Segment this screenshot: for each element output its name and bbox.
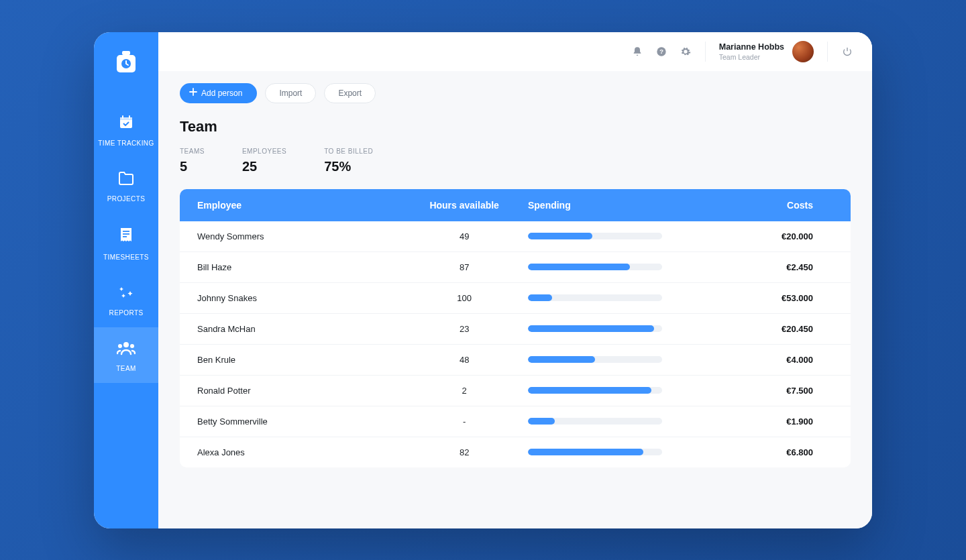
kpi-label: TO BE BILLED: [324, 148, 373, 155]
content-area: Add person Import Export Team TEAMS 5 EM…: [158, 71, 872, 528]
folder-icon: [118, 171, 134, 195]
cell-hours: 2: [400, 386, 528, 396]
sidebar-item-label: REPORTS: [109, 309, 144, 317]
table-row[interactable]: Bill Haze87€2.450: [180, 252, 851, 283]
table-row[interactable]: Betty Sommerville-€1.900: [180, 406, 851, 437]
user-role: Team Leader: [719, 53, 784, 61]
kpi-label: TEAMS: [180, 148, 205, 155]
cell-cost: €2.450: [706, 262, 833, 272]
cell-spending: [528, 264, 706, 270]
divider: [827, 42, 828, 62]
avatar: [792, 41, 814, 62]
employee-table: Employee Hours available Spending Costs …: [180, 189, 851, 467]
cell-cost: €20.450: [706, 324, 833, 334]
kpi-employees: EMPLOYEES 25: [242, 148, 286, 174]
progress-track: [528, 325, 662, 332]
app-window: TIME TRACKING PROJECTS TIMESHEETS: [94, 32, 872, 528]
cell-employee-name: Alexa Jones: [197, 447, 400, 457]
sidebar-item-label: TIME TRACKING: [98, 139, 154, 147]
cell-cost: €20.000: [706, 231, 833, 241]
sidebar-item-label: PROJECTS: [107, 195, 146, 203]
progress-track: [528, 264, 662, 270]
kpi-value: 75%: [324, 159, 373, 174]
svg-point-10: [123, 342, 129, 347]
cell-hours: 87: [400, 262, 528, 272]
add-person-button[interactable]: Add person: [180, 83, 257, 103]
sparkle-icon: [118, 285, 134, 309]
gear-icon[interactable]: [680, 46, 692, 58]
cell-employee-name: Wendy Sommers: [197, 231, 400, 241]
sidebar-item-timesheets[interactable]: TIMESHEETS: [94, 213, 158, 272]
power-icon[interactable]: [841, 46, 853, 58]
cell-cost: €1.900: [706, 416, 833, 427]
team-icon: [117, 341, 136, 365]
export-button[interactable]: Export: [324, 83, 376, 103]
cell-employee-name: Betty Sommerville: [197, 416, 400, 427]
table-row[interactable]: Alexa Jones82€6.800: [180, 437, 851, 467]
cell-spending: [528, 294, 706, 301]
progress-fill: [528, 233, 592, 239]
kpi-teams: TEAMS 5: [180, 148, 205, 174]
svg-rect-1: [122, 51, 130, 55]
cell-employee-name: Johnny Snakes: [197, 293, 400, 303]
bell-icon[interactable]: [631, 46, 643, 58]
kpi-billed: TO BE BILLED 75%: [324, 148, 373, 174]
page-title: Team: [180, 118, 851, 135]
cell-hours: -: [400, 416, 528, 427]
progress-track: [528, 356, 662, 363]
sidebar: TIME TRACKING PROJECTS TIMESHEETS: [94, 32, 158, 528]
table-row[interactable]: Johnny Snakes100€53.000: [180, 283, 851, 314]
col-costs: Costs: [706, 200, 833, 211]
cell-spending: [528, 387, 706, 394]
cell-hours: 48: [400, 355, 528, 365]
button-label: Export: [338, 89, 362, 98]
help-icon[interactable]: ?: [655, 46, 667, 58]
table-row[interactable]: Ronald Potter2€7.500: [180, 376, 851, 406]
svg-rect-4: [120, 117, 132, 120]
cell-hours: 49: [400, 231, 528, 241]
table-row[interactable]: Wendy Sommers49€20.000: [180, 221, 851, 252]
sidebar-item-time-tracking[interactable]: TIME TRACKING: [94, 101, 158, 158]
cell-spending: [528, 449, 706, 455]
svg-rect-9: [123, 236, 127, 237]
cell-spending: [528, 418, 706, 425]
app-logo: [109, 44, 144, 79]
svg-point-11: [118, 344, 122, 348]
progress-track: [528, 387, 662, 394]
sidebar-item-reports[interactable]: REPORTS: [94, 272, 158, 327]
table-row[interactable]: Ben Krule48€4.000: [180, 345, 851, 376]
progress-track: [528, 418, 662, 425]
sidebar-item-label: TIMESHEETS: [103, 254, 149, 261]
cell-hours: 82: [400, 447, 528, 457]
kpi-label: EMPLOYEES: [242, 148, 286, 155]
sidebar-item-team[interactable]: TEAM: [94, 327, 158, 383]
button-label: Import: [279, 89, 302, 98]
svg-rect-5: [122, 115, 123, 119]
main-column: ? Marianne Hobbs Team Leader: [158, 32, 872, 528]
plus-icon: [189, 88, 197, 98]
sidebar-item-projects[interactable]: PROJECTS: [94, 158, 158, 213]
table-row[interactable]: Sandra McHan23€20.450: [180, 314, 851, 345]
import-button[interactable]: Import: [265, 83, 316, 103]
cell-employee-name: Ben Krule: [197, 355, 400, 365]
action-row: Add person Import Export: [180, 83, 851, 103]
cell-employee-name: Sandra McHan: [197, 324, 400, 334]
progress-fill: [528, 294, 552, 301]
svg-rect-7: [123, 231, 129, 232]
progress-track: [528, 233, 662, 239]
progress-fill: [528, 356, 595, 363]
progress-track: [528, 449, 662, 455]
progress-fill: [528, 325, 654, 332]
cell-spending: [528, 325, 706, 332]
col-employee: Employee: [197, 200, 400, 211]
cell-spending: [528, 356, 706, 363]
user-menu[interactable]: Marianne Hobbs Team Leader: [719, 41, 814, 62]
cell-spending: [528, 233, 706, 239]
svg-point-12: [130, 344, 134, 348]
cell-hours: 23: [400, 324, 528, 334]
svg-rect-8: [123, 233, 129, 235]
table-body: Wendy Sommers49€20.000Bill Haze87€2.450J…: [180, 221, 851, 467]
table-header: Employee Hours available Spending Costs: [180, 189, 851, 221]
cell-hours: 100: [400, 293, 528, 303]
divider: [705, 42, 706, 62]
